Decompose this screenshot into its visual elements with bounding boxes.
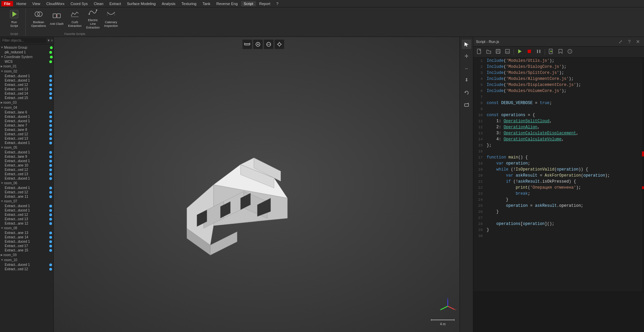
tree-item[interactable]: Extract...lane 8: [0, 128, 53, 132]
tree-group-room06-header[interactable]: ▼ room_06: [0, 181, 53, 186]
expand-script-button[interactable]: ⤢: [617, 38, 624, 45]
stop-button[interactable]: [525, 48, 533, 56]
save-script-button[interactable]: [494, 48, 502, 56]
add-script-button[interactable]: [547, 48, 555, 56]
menu-analysis[interactable]: Analysis: [159, 1, 178, 6]
tree-item[interactable]: Extract...duced 1: [0, 114, 53, 119]
tree-item[interactable]: Extract...ced 15: [0, 96, 53, 100]
tree-item[interactable]: Extract...duced 1: [0, 78, 53, 83]
tree-item[interactable]: Extract...ced 17: [0, 244, 53, 248]
tree-item[interactable]: Extract...duced 1: [0, 150, 53, 154]
tree-group-room10-header[interactable]: ▼ room_10: [0, 257, 53, 263]
help-code-button[interactable]: ?: [566, 48, 574, 56]
bookmark-button[interactable]: [556, 48, 565, 56]
pause-button[interactable]: [535, 48, 543, 56]
tree-item[interactable]: Extract...lane 7: [0, 123, 53, 128]
tree-group-measure-header[interactable]: ▼ Measure Group: [0, 45, 53, 50]
menu-view[interactable]: View: [30, 1, 43, 6]
tree-item[interactable]: Extract...lane 6: [0, 110, 53, 114]
tree-item[interactable]: Extract...duced 1: [0, 141, 53, 145]
tree-item[interactable]: Extract...ane 15: [0, 248, 53, 252]
pan-tool[interactable]: ✛: [462, 52, 471, 61]
tree-item[interactable]: Extract...ane 11: [0, 194, 53, 199]
help-script-button[interactable]: ?: [627, 38, 632, 45]
rotate-tool[interactable]: [462, 88, 471, 97]
tree-item[interactable]: Extract...ced 12: [0, 132, 53, 136]
tree-item[interactable]: Extract...ane 12: [0, 221, 53, 226]
catenary-inspection-button[interactable]: CatenaryInspection: [102, 9, 120, 28]
tree-group-room03-header[interactable]: ▶ room_03: [0, 100, 53, 105]
electric-line-extraction-button[interactable]: Electric LineExtraction: [84, 9, 102, 28]
run-script-button[interactable]: RunScript: [5, 9, 23, 28]
tree-item[interactable]: Extract...ced 12: [0, 267, 53, 271]
tree-group-room05-header[interactable]: ▼ room_05: [0, 145, 53, 150]
camera-tool[interactable]: [462, 100, 471, 109]
tree-group-coord-header[interactable]: ▼ Coordinate System: [0, 54, 53, 59]
anti-clash-button[interactable]: Anti Clash: [48, 9, 65, 28]
menu-help[interactable]: ?: [274, 1, 281, 6]
snap-tool[interactable]: [253, 40, 263, 49]
tree-item[interactable]: Extract...duced 1: [0, 186, 53, 190]
boolean-operations-button[interactable]: BooleanOperations: [30, 9, 47, 28]
menu-report[interactable]: Report: [257, 1, 273, 6]
run-button[interactable]: [516, 48, 524, 56]
3d-viewport[interactable]: ✛ ↔ X: [54, 37, 473, 332]
settings-tool[interactable]: [275, 40, 284, 49]
tree-item[interactable]: Extract...ced 12: [0, 83, 53, 87]
select-tool[interactable]: [462, 40, 471, 49]
menu-script[interactable]: Script: [241, 1, 256, 6]
tree-item[interactable]: Extract...ced 13: [0, 217, 53, 221]
menu-reverse-eng[interactable]: Reverse Eng: [214, 1, 240, 6]
grid-tool[interactable]: [264, 40, 273, 49]
tree-item[interactable]: Extract...ced 13: [0, 172, 53, 176]
filter-options-icon[interactable]: ≡: [51, 39, 53, 42]
filter-icon[interactable]: ▼: [47, 39, 50, 42]
person-tool[interactable]: [462, 76, 471, 85]
menu-surface-modeling[interactable]: Surface Modeling: [124, 1, 159, 6]
tree-item[interactable]: Extract...duced 1: [0, 208, 53, 212]
measure-tool[interactable]: [243, 40, 252, 49]
tree-item[interactable]: Extract...ane 13: [0, 231, 53, 235]
zoom-tool[interactable]: ↔: [462, 64, 471, 73]
tree-group-room08-header[interactable]: ▼ room_08: [0, 226, 53, 231]
code-editor[interactable]: 1Include('Modules/Utils.js'); 2Include('…: [473, 58, 644, 292]
tree-item[interactable]: Extract...duced 1: [0, 239, 53, 244]
tree-item-pik[interactable]: pik_reduced 1: [0, 50, 53, 54]
tree-item[interactable]: Extract...duced 1: [0, 176, 53, 181]
menu-coord-sys[interactable]: Coord Sys: [68, 1, 90, 6]
save-as-script-button[interactable]: AS: [503, 48, 512, 56]
tree-item[interactable]: Extract...ced 13: [0, 136, 53, 141]
tree-item[interactable]: Extract...duced 1: [0, 159, 53, 163]
tree-item-wcs[interactable]: WCS: [0, 59, 53, 64]
tree-item[interactable]: Extract...lane 9: [0, 154, 53, 159]
menu-cloudworx[interactable]: CloudWorx: [44, 1, 67, 6]
menu-extract[interactable]: Extract: [107, 1, 123, 6]
menu-tank[interactable]: Tank: [200, 1, 213, 6]
file-menu[interactable]: File: [1, 1, 13, 6]
filter-input[interactable]: [1, 38, 46, 43]
tree-item[interactable]: Extract...duced 1: [0, 263, 53, 267]
tree-item[interactable]: Extract...ced 12: [0, 168, 53, 172]
tree-group-room04-header[interactable]: ▼ room_04: [0, 105, 53, 110]
menu-texturing[interactable]: Texturing: [179, 1, 199, 6]
tree-item[interactable]: Extract...ced 12: [0, 212, 53, 217]
tree-group-room09-header[interactable]: ▶ room_09: [0, 252, 53, 257]
curb-extraction-button[interactable]: CurbExtraction: [66, 9, 84, 28]
close-script-button[interactable]: ✕: [635, 38, 641, 45]
tree-item[interactable]: Extract...ane 14: [0, 235, 53, 239]
menu-clean[interactable]: Clean: [91, 1, 106, 6]
tree-item[interactable]: Extract...ced 13: [0, 87, 53, 91]
tree-item[interactable]: Extract...duced 1: [0, 204, 53, 208]
new-script-button[interactable]: [475, 48, 483, 56]
tree-item[interactable]: Extract...ced 12: [0, 190, 53, 194]
tree-group-room07-header[interactable]: ▼ room_07: [0, 199, 53, 204]
open-script-button[interactable]: [485, 48, 493, 56]
tree-group-room01-header[interactable]: ▶ room_01: [0, 64, 53, 69]
menu-home[interactable]: Home: [14, 1, 29, 6]
tree-item[interactable]: Extract...duced 1: [0, 74, 53, 78]
tree-item[interactable]: Extract...duced 1: [0, 119, 53, 123]
tree-item[interactable]: Extract...ced 14: [0, 91, 53, 96]
tree-group-room01: ▶ room_01: [0, 64, 53, 69]
tree-group-room02-header[interactable]: ▼ room_02: [0, 69, 53, 74]
tree-item[interactable]: Extract...ane 10: [0, 163, 53, 168]
